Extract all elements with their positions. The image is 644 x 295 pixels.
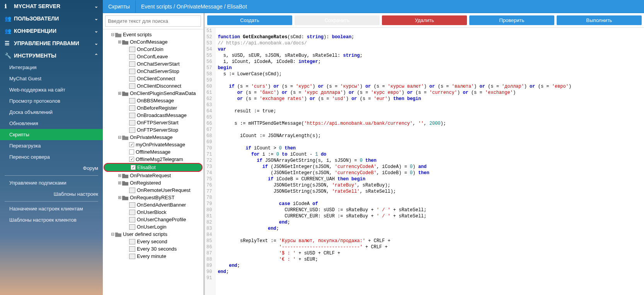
code-line[interactable]: var (218, 46, 642, 53)
tree-node[interactable]: OnRemoteUserRequest (103, 186, 203, 194)
code-line[interactable]: JSONGetString(sJSON, 'rateSell', sRateSe… (218, 188, 642, 195)
tree-node[interactable]: OnBroadcastMessage (103, 112, 203, 119)
save-button[interactable]: Сохранить (295, 15, 380, 25)
code-line[interactable]: '----------------------------' + CRLF + (218, 244, 642, 250)
checkbox[interactable]: ✓ (129, 157, 134, 162)
code-line[interactable]: end; (218, 225, 642, 232)
code-line[interactable] (218, 127, 642, 133)
menu-item[interactable]: Перезагрузка (0, 140, 103, 151)
menu-item[interactable]: Доска объявлений (0, 107, 103, 118)
expander-icon[interactable]: ⊞ (117, 180, 122, 185)
tree-node[interactable]: ✓myOnPrivateMessage (103, 141, 203, 148)
code-line[interactable]: end; (218, 219, 642, 225)
checkbox[interactable]: ✓ (131, 165, 136, 170)
code-lines[interactable]: function GetExchangeRates(sCmd: string):… (215, 28, 644, 295)
code-line[interactable] (218, 28, 642, 34)
code-line[interactable]: JSONGetString(sJSON, 'rateBuy', sRateBuy… (218, 182, 642, 188)
code-line[interactable] (218, 232, 642, 238)
run-button[interactable]: Выполнить (557, 15, 642, 25)
code-line[interactable] (218, 275, 642, 281)
code-line[interactable] (218, 114, 642, 120)
expander-icon[interactable]: ⊞ (117, 195, 122, 200)
code-line[interactable]: s := LowerCase(sCmd); (218, 71, 642, 77)
menu-item[interactable]: Назначение настроек клиентам (0, 203, 103, 214)
checkbox[interactable] (129, 149, 134, 154)
tree-node[interactable]: OnUserChangeProfile (103, 216, 203, 223)
menu-item[interactable]: MyChat Guest (0, 73, 103, 84)
expander-icon[interactable]: ⊟ (110, 232, 115, 237)
menu-item[interactable]: Форум (0, 163, 103, 174)
tree-node[interactable]: OnConfLeave (103, 53, 203, 60)
expander-icon[interactable]: ⊞ (117, 39, 122, 44)
code-line[interactable] (218, 139, 642, 145)
delete-button[interactable]: Удалить (382, 15, 467, 25)
tree-node[interactable]: OnUserBlock (103, 209, 203, 216)
code-editor[interactable]: 5152535455565758596061626364656667686970… (205, 28, 644, 295)
search-input[interactable] (105, 15, 201, 27)
tree-node[interactable]: OnClientDisconnect (103, 82, 203, 90)
expander-icon[interactable]: ⊟ (117, 135, 122, 140)
code-line[interactable]: (JSONGetInteger(sJSON, 'currencyCodeB', … (218, 170, 642, 176)
code-line[interactable]: CURRENCY_EUR: sEUR := sRateBuy + ' / ' +… (218, 213, 642, 219)
code-line[interactable]: if (s = 'curs') or (s = 'курс') or (s = … (218, 83, 642, 90)
tree-node[interactable]: ⊞OnRequestByREST (103, 194, 203, 201)
code-line[interactable]: s, sUSD, sEUR, sJSON, sRateBuy, sRateSel… (218, 53, 642, 59)
code-line[interactable]: if iCodeB = CURRENCY_UAH then begin (218, 176, 642, 182)
expander-icon[interactable]: ⊞ (117, 173, 122, 178)
expander-icon[interactable]: ⊟ (110, 32, 115, 37)
tree-node[interactable]: ⊟Event scripts (103, 31, 203, 38)
tree-node[interactable]: OnBBSMessage (103, 97, 203, 104)
code-line[interactable]: s := mHTTPSendGetMessage('https://api.mo… (218, 120, 642, 127)
tree-node[interactable]: OnChatServerStop (103, 68, 203, 75)
code-line[interactable]: begin (218, 65, 642, 71)
code-line[interactable]: sReplyText := 'Курсы валют, покупка/прод… (218, 238, 642, 244)
code-line[interactable]: iCount := JSONArrayLength(s); (218, 133, 642, 139)
tree-node[interactable]: ⊞OnPrivateRequest (103, 172, 203, 179)
check-button[interactable]: Проверить (469, 15, 554, 25)
menu-item[interactable]: Обновления (0, 118, 103, 129)
tree-node[interactable]: OnFTPServerStart (103, 119, 203, 126)
menu-section-header[interactable]: 👥ПОЛЬЗОВАТЕЛИ⌄ (0, 12, 103, 25)
tree-node[interactable]: ⊞OnClientPluginSendRawData (103, 90, 203, 97)
tree-node[interactable]: ⊟OnPrivateMessage (103, 134, 203, 141)
code-line[interactable]: for i := 0 to iCount - 1 do (218, 151, 642, 158)
code-line[interactable]: end; (218, 269, 642, 275)
tree-node[interactable]: OnBeforeRegister (103, 104, 203, 112)
tree-node[interactable]: ⊟User defined scripts (103, 231, 203, 238)
code-line[interactable]: if JSONArrayGetString(s, i, sJSON) = 0 t… (218, 158, 642, 164)
menu-item[interactable]: Скрипты (0, 129, 103, 140)
code-line[interactable]: end; (218, 263, 642, 269)
tree-node[interactable]: ✓ElisaBot (104, 163, 203, 172)
menu-item[interactable]: Шаблоны настроек клиентов (0, 214, 103, 225)
expander-icon[interactable]: ⊞ (117, 91, 122, 96)
tree-node[interactable]: ✓OfflineMsg2Telegram (103, 156, 203, 163)
menu-item[interactable]: Просмотр протоколов (0, 95, 103, 107)
code-line[interactable]: or (s = 'exchange rates') or (s = 'usd')… (218, 96, 642, 102)
code-line[interactable]: function GetExchangeRates(sCmd: string):… (218, 34, 642, 40)
code-line[interactable]: CURRENCY_USD: sUSD := sRateBuy + ' / ' +… (218, 207, 642, 213)
tree-node[interactable]: OfflineMessage (103, 148, 203, 156)
tree-node[interactable]: OnConfJoin (103, 46, 203, 53)
tree-node[interactable]: Every minute (103, 253, 203, 260)
code-line[interactable]: if iCount > 0 then (218, 145, 642, 151)
code-line[interactable] (218, 195, 642, 201)
menu-section-header[interactable]: ℹMYCHAT SERVER⌄ (0, 0, 103, 12)
tree-node[interactable]: OnChatServerStart (103, 60, 203, 68)
tree-node[interactable]: Every 30 seconds (103, 245, 203, 253)
tree-node[interactable]: OnFTPServerStop (103, 126, 203, 134)
tree-node[interactable]: OnSendAdvertBanner (103, 201, 203, 209)
code-line[interactable] (218, 102, 642, 108)
header-tab[interactable]: Скрипты (103, 0, 136, 13)
tree-node[interactable]: Every second (103, 238, 203, 245)
checkbox[interactable]: ✓ (129, 142, 134, 147)
code-line[interactable]: case iCodeA of (218, 201, 642, 207)
tree-node[interactable]: ⊞OnConfMessage (103, 38, 203, 46)
menu-section-header[interactable]: ☰УПРАВЛЕНИЕ ПРАВАМИ⌄ (0, 37, 103, 49)
menu-section-header[interactable]: 🔧ИНСТРУМЕНТЫ⌃ (0, 49, 103, 62)
menu-item[interactable]: Шаблоны настроек (0, 188, 103, 200)
menu-item[interactable]: Интеграция (0, 62, 103, 73)
menu-item[interactable]: Управление подписками (0, 177, 103, 188)
tree-node[interactable]: ⊞OnRegistered (103, 179, 203, 186)
create-button[interactable]: Создать (207, 15, 292, 25)
tree-node[interactable]: OnUserLogin (103, 223, 203, 231)
